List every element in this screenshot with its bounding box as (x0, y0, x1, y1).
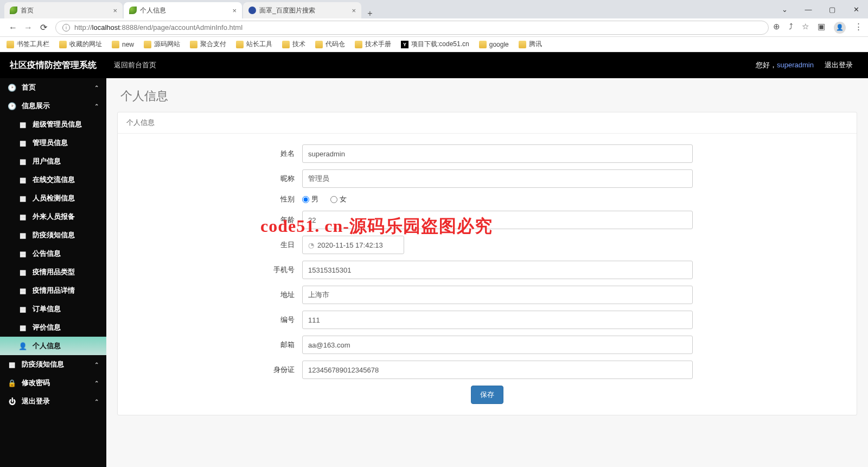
phone-input[interactable] (302, 261, 693, 279)
label-email: 邮箱 (134, 340, 302, 350)
folder-icon (315, 41, 323, 48)
age-input[interactable] (302, 211, 693, 229)
bookmark-item[interactable]: 聚合支付 (190, 40, 226, 49)
minimize-icon[interactable]: — (796, 5, 820, 14)
bookmark-item[interactable]: 代码仓 (315, 40, 345, 49)
browser-tab[interactable]: 个人信息 × (124, 2, 242, 18)
sidebar-sub-item[interactable]: ▦在线交流信息 (0, 171, 106, 189)
browser-tab-strip: 首页 × 个人信息 × 面罩_百度图片搜索 × + ⌄ — ▢ ✕ (0, 0, 868, 18)
sidebar-sub-item[interactable]: ▦疫情用品详情 (0, 281, 106, 300)
name-input[interactable] (302, 144, 693, 163)
sidebar-item-home[interactable]: 🕑首页⌃ (0, 78, 106, 97)
bookmark-item[interactable]: Y项目下载:code51.cn (401, 40, 469, 49)
addr-input[interactable] (302, 286, 693, 304)
bookmark-item[interactable]: 腾讯 (519, 40, 542, 49)
paw-icon (248, 7, 256, 14)
grid-icon: ▦ (18, 121, 27, 129)
label-birthday: 生日 (134, 240, 302, 250)
grid-icon: ▦ (8, 361, 16, 369)
bookmark-item[interactable]: 站长工具 (236, 40, 272, 49)
browser-tab[interactable]: 面罩_百度图片搜索 × (243, 2, 361, 18)
kebab-menu-icon[interactable]: ⋮ (854, 22, 863, 34)
new-tab-button[interactable]: + (362, 9, 378, 18)
birthday-input[interactable]: ◔2020-11-15 17:42:13 (302, 236, 404, 254)
folder-icon (59, 41, 67, 48)
folder-icon (112, 41, 119, 48)
gender-radio-group: 男 女 (302, 194, 693, 204)
chevron-icon: ⌃ (94, 399, 99, 405)
address-bar: ← → ⟳ i http://localhost:8888/end/page/a… (0, 18, 868, 37)
folder-icon (7, 41, 14, 48)
idcard-input[interactable] (302, 361, 693, 379)
url-scheme: http:// (74, 23, 92, 31)
username-link[interactable]: superadmin (777, 61, 814, 69)
code-input[interactable] (302, 311, 693, 329)
url-input[interactable]: i http://localhost:8888/end/page/account… (55, 21, 769, 35)
reload-button[interactable]: ⟳ (36, 22, 51, 33)
email-input[interactable] (302, 336, 693, 354)
sidebar-sub-item[interactable]: 👤个人信息 (0, 337, 106, 355)
sidebar-item-password[interactable]: 🔒修改密码⌃ (0, 374, 106, 392)
sidebar-sub-item[interactable]: ▦公告信息 (0, 244, 106, 263)
bookmark-item[interactable]: 源码网站 (144, 40, 180, 49)
close-icon[interactable]: × (232, 7, 237, 15)
bookmark-item[interactable]: 技术 (282, 40, 305, 49)
sidebar-sub-item[interactable]: ▦外来人员报备 (0, 207, 106, 226)
app-topbar: 社区疫情防控管理系统 返回前台首页 您好，superadmin 退出登录 (0, 52, 868, 78)
sidebar-item-info[interactable]: 🕑信息展示⌃ (0, 97, 106, 115)
url-host: localhost (92, 23, 120, 31)
close-window-icon[interactable]: ✕ (844, 5, 868, 14)
folder-icon (190, 41, 197, 48)
close-icon[interactable]: × (352, 7, 356, 15)
bookmark-item[interactable]: 收藏的网址 (59, 40, 102, 49)
panel-icon[interactable]: ▣ (818, 22, 825, 34)
dashboard-icon: 🕑 (8, 84, 16, 92)
sidebar-item-prevention[interactable]: ▦防疫须知信息⌃ (0, 355, 106, 374)
gender-male[interactable]: 男 (302, 195, 318, 203)
bookmarks-bar: 书签工具栏 收藏的网址 new 源码网站 聚合支付 站长工具 技术 代码仓 技术… (0, 37, 868, 52)
search-icon[interactable]: ⊕ (773, 22, 780, 34)
close-icon[interactable]: × (113, 7, 117, 15)
sidebar: 🕑首页⌃ 🕑信息展示⌃ ▦超级管理员信息▦管理员信息▦用户信息▦在线交流信息▦人… (0, 78, 106, 467)
sidebar-sub-item[interactable]: ▦评价信息 (0, 318, 106, 337)
star-icon[interactable]: ☆ (802, 22, 809, 34)
folder-icon (479, 41, 487, 48)
chevron-icon: ⌃ (94, 103, 99, 109)
share-icon[interactable]: ⤴ (789, 22, 793, 34)
grid-icon: ▦ (18, 176, 27, 184)
grid-icon: ▦ (18, 231, 27, 239)
save-button[interactable]: 保存 (471, 386, 503, 404)
site-info-icon[interactable]: i (62, 24, 70, 31)
folder-icon (519, 41, 526, 48)
tab-title: 面罩_百度图片搜索 (259, 6, 315, 15)
label-phone: 手机号 (134, 265, 302, 275)
logout-link[interactable]: 退出登录 (825, 60, 853, 70)
sidebar-sub-item[interactable]: ▦超级管理员信息 (0, 115, 106, 134)
profile-icon[interactable]: 👤 (834, 22, 846, 34)
forward-button[interactable]: → (21, 23, 36, 33)
folder-icon (282, 41, 290, 48)
back-button[interactable]: ← (5, 23, 21, 33)
gender-female[interactable]: 女 (330, 195, 347, 203)
bookmark-item[interactable]: 书签工具栏 (7, 40, 49, 49)
chevron-down-icon[interactable]: ⌄ (773, 5, 796, 14)
bookmark-item[interactable]: new (112, 41, 134, 48)
grid-icon: ▦ (18, 305, 27, 313)
maximize-icon[interactable]: ▢ (820, 5, 844, 14)
sidebar-sub-item[interactable]: ▦人员检测信息 (0, 189, 106, 207)
sidebar-item-logout[interactable]: ⏻退出登录⌃ (0, 392, 106, 411)
sidebar-sub-item[interactable]: ▦疫情用品类型 (0, 263, 106, 281)
sidebar-sub-item[interactable]: ▦管理员信息 (0, 134, 106, 152)
clock-icon: ◔ (308, 241, 314, 249)
greeting: 您好，superadmin (756, 60, 814, 70)
label-age: 年龄 (134, 215, 302, 225)
back-to-front-link[interactable]: 返回前台首页 (114, 60, 156, 70)
sidebar-sub-item[interactable]: ▦用户信息 (0, 152, 106, 171)
sidebar-sub-item[interactable]: ▦订单信息 (0, 300, 106, 318)
form-card: 个人信息 姓名 昵称 性别 男 女 年龄 生日◔2020-11-15 17:42… (117, 112, 857, 415)
bookmark-item[interactable]: 技术手册 (355, 40, 391, 49)
bookmark-item[interactable]: google (479, 41, 509, 48)
sidebar-sub-item[interactable]: ▦防疫须知信息 (0, 226, 106, 244)
browser-tab[interactable]: 首页 × (4, 2, 123, 18)
nick-input[interactable] (302, 169, 693, 188)
